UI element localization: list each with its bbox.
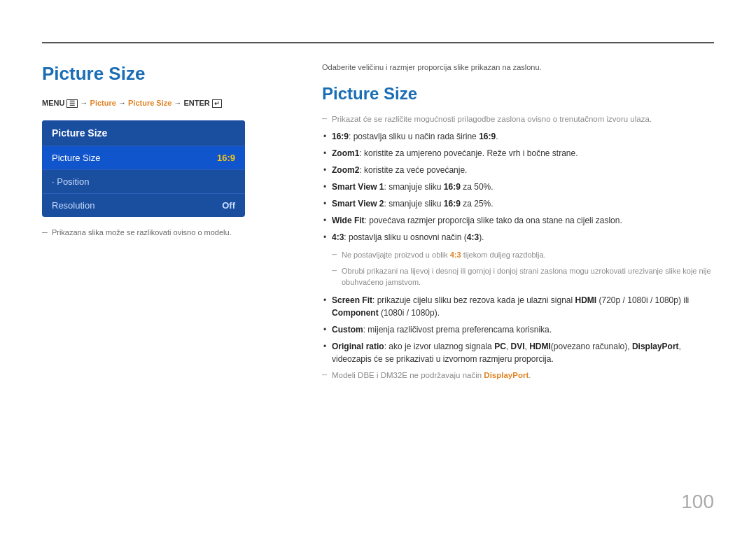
page-number: 100 [681, 491, 714, 513]
feature-list: 16:9: postavlja sliku u način rada širin… [322, 130, 714, 244]
menu-item-label: Resolution [52, 200, 94, 211]
menu-item-label: · Position [52, 176, 89, 187]
list-item: Custom: mijenja različivost prema prefer… [322, 323, 714, 336]
right-title: Picture Size [322, 84, 714, 104]
page-title: Picture Size [42, 63, 294, 85]
menu-item-value: Off [222, 200, 235, 211]
right-subtitle: Odaberite veličinu i razmjer proporcija … [322, 63, 714, 71]
sub-note-2: Obrubi prikazani na lijevoj i desnoj ili… [332, 265, 714, 288]
left-note: ─ Prikazana slika može se razlikovati ov… [42, 228, 294, 237]
list-item: Zoom2: koristite za veće povećanje. [322, 164, 714, 176]
left-panel: Picture Size MENU ☰ → Picture → Picture … [42, 56, 294, 492]
menu-box-title: Picture Size [42, 120, 245, 146]
list-item: Original ratio: ako je izvor ulaznog sig… [322, 340, 714, 365]
list-item: Wide Fit: povećava razmjer proporcija sl… [322, 214, 714, 227]
menu-item-resolution[interactable]: Resolution Off [42, 194, 245, 217]
list-item: 4:3: postavlja sliku u osnovni način (4:… [322, 231, 714, 244]
menu-path: MENU ☰ → Picture → Picture Size → ENTER … [42, 99, 294, 108]
menu-box: Picture Size Picture Size 16:9 · Positio… [42, 120, 245, 217]
menu-item-value: 16:9 [217, 153, 235, 163]
list-item: Smart View 1: smanjuje sliku 16:9 za 50%… [322, 181, 714, 193]
list-item: Screen Fit: prikazuje cijelu sliku bez r… [322, 294, 714, 319]
right-intro-note: Prikazat će se različite mogućnosti pril… [322, 115, 714, 123]
final-note: Modeli DBE i DM32E ne podržavaju način D… [322, 371, 714, 379]
list-item: Zoom1: koristite za umjereno povećanje. … [322, 147, 714, 160]
list-item: Smart View 2: smanjuje sliku 16:9 za 25%… [322, 197, 714, 210]
menu-item-position[interactable]: · Position [42, 170, 245, 193]
sub-note-1: Ne postavljajte proizvod u oblik 4:3 tij… [332, 249, 714, 261]
top-divider [42, 42, 714, 43]
list-item: 16:9: postavlja sliku u način rada širin… [322, 130, 714, 143]
menu-item-picture-size[interactable]: Picture Size 16:9 [42, 146, 245, 169]
menu-item-label: Picture Size [52, 153, 100, 163]
right-panel: Odaberite veličinu i razmjer proporcija … [322, 56, 714, 492]
feature-list-2: Screen Fit: prikazuje cijelu sliku bez r… [322, 294, 714, 365]
